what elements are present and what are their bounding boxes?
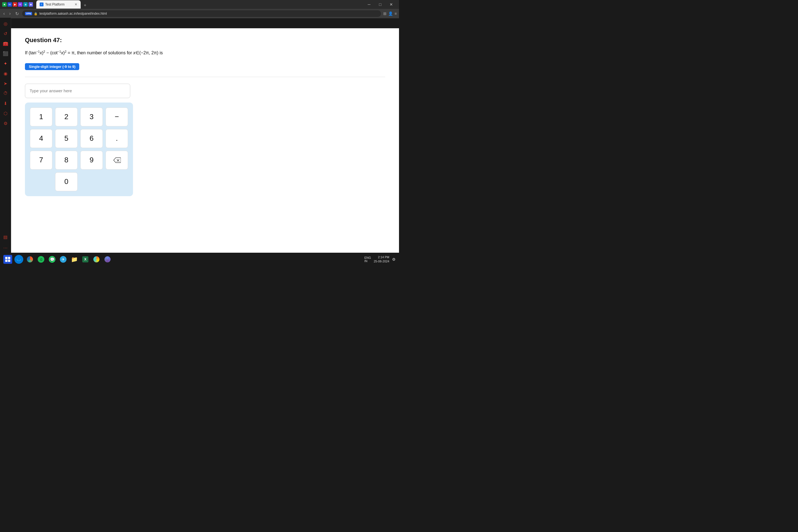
taskbar-settings-icon[interactable]: ⚙: [392, 257, 396, 262]
numpad-6[interactable]: 6: [80, 129, 103, 148]
sidebar-icon-1[interactable]: ◎: [2, 20, 8, 26]
question-type-badge[interactable]: Single-digit integer (-9 to 9): [25, 63, 79, 70]
svg-rect-4: [5, 260, 7, 262]
tab-title: Test Platform: [45, 2, 64, 6]
app-icon-2: W: [7, 2, 12, 7]
svg-rect-2: [5, 257, 7, 259]
extensions-icon[interactable]: ⊞: [383, 11, 386, 16]
menu-icon[interactable]: ≡: [395, 11, 397, 16]
taskbar-edge[interactable]: [14, 255, 23, 264]
taskbar-game[interactable]: [92, 255, 101, 264]
svg-point-7: [17, 258, 20, 261]
numpad-1[interactable]: 1: [30, 108, 52, 126]
minimize-button[interactable]: ─: [363, 0, 375, 9]
browser-actions: ⊞ 👤 ≡: [383, 11, 397, 16]
forward-button[interactable]: ›: [8, 11, 12, 17]
taskbar-spotify[interactable]: ♫: [37, 255, 45, 264]
numpad-9[interactable]: 9: [80, 151, 103, 170]
lock-icon: 🔒: [34, 12, 38, 16]
section-divider: [25, 77, 385, 77]
numpad-5[interactable]: 5: [55, 129, 78, 148]
taskbar-clock: 2:14 PM 25-08-2024: [374, 255, 389, 264]
active-tab[interactable]: T Test Platform ✕: [36, 0, 81, 8]
svg-rect-3: [8, 257, 10, 259]
sidebar-icon-2[interactable]: ↺: [2, 31, 8, 37]
taskbar-files[interactable]: 📁: [70, 255, 79, 264]
sidebar-icon-4[interactable]: ⬛: [2, 51, 8, 57]
back-button[interactable]: ‹: [2, 11, 6, 17]
window-controls: ─ □ ✕: [363, 0, 397, 9]
sidebar-icon-7[interactable]: ➤: [2, 80, 8, 87]
numpad-4[interactable]: 4: [30, 129, 52, 148]
question-text: If (tan−1x)2 − (cot−1x)2 = π, then numbe…: [25, 49, 385, 57]
numpad-backspace[interactable]: [106, 151, 128, 170]
sidebar: ◎ ↺ 🧰 ⬛ ✦ ◉ ➤ ⏱ ⬇ ⬡ ⚙ ▤ …: [0, 18, 11, 253]
question-title: Question 47:: [25, 37, 385, 44]
sidebar-icon-5[interactable]: ✦: [2, 60, 8, 66]
app-icon-5: ◈: [23, 2, 28, 7]
answer-input[interactable]: [25, 84, 130, 98]
numpad: 1 2 3 − 4 5 6 . 7 8 9 0: [25, 102, 133, 196]
tab-close-button[interactable]: ✕: [75, 2, 77, 6]
taskbar-telegram[interactable]: ✈: [59, 255, 68, 264]
numpad-7[interactable]: 7: [30, 151, 52, 170]
sidebar-icon-12[interactable]: ▤: [2, 234, 8, 240]
sidebar-icon-9[interactable]: ⬇: [2, 100, 8, 107]
sidebar-icon-8[interactable]: ⏱: [2, 90, 8, 96]
numpad-0[interactable]: 0: [55, 172, 78, 191]
taskbar-extra[interactable]: [103, 255, 112, 264]
main-content: Question 47: If (tan−1x)2 − (cot−1x)2 = …: [11, 28, 399, 253]
taskbar-excel[interactable]: X: [81, 255, 90, 264]
url-text: testplatform.aakash.ac.in/testpanel/inde…: [39, 12, 107, 16]
svg-rect-5: [8, 260, 10, 262]
app-icon-1: ■: [2, 2, 7, 7]
taskbar: ♫ 💬 ✈ 📁 X ENG IN 2:14 PM 25-08-2024 ⚙: [0, 253, 399, 266]
address-bar-row: ‹ › ↻ VPN 🔒 testplatform.aakash.ac.in/te…: [0, 9, 399, 18]
new-tab-button[interactable]: +: [82, 2, 89, 8]
sidebar-icon-10[interactable]: ⬡: [2, 110, 8, 116]
tab-bar: T Test Platform ✕ +: [36, 0, 362, 8]
start-button[interactable]: [3, 255, 12, 264]
close-button[interactable]: ✕: [386, 0, 397, 9]
taskbar-language: ENG IN: [364, 256, 371, 263]
taskbar-whatsapp[interactable]: 💬: [48, 255, 57, 264]
taskbar-right: ENG IN 2:14 PM 25-08-2024 ⚙: [364, 255, 396, 264]
numpad-2[interactable]: 2: [55, 108, 78, 126]
vpn-badge: VPN: [25, 12, 33, 15]
numpad-minus[interactable]: −: [106, 108, 128, 126]
browser-chrome: ■ W ▶ ✉ ◈ ◆ T Test Platform ✕ + ─ □ ✕: [0, 0, 399, 9]
numpad-dot[interactable]: .: [106, 129, 128, 148]
sidebar-icon-3[interactable]: 🧰: [2, 40, 8, 46]
tab-favicon: T: [40, 2, 43, 6]
taskbar-browser[interactable]: [25, 255, 34, 264]
app-icon-3: ▶: [13, 2, 17, 7]
sidebar-icon-6[interactable]: ◉: [2, 70, 8, 76]
numpad-8[interactable]: 8: [55, 151, 78, 170]
sidebar-icon-more[interactable]: …: [2, 244, 8, 250]
numpad-3[interactable]: 3: [80, 108, 103, 126]
maximize-button[interactable]: □: [375, 0, 386, 9]
app-icon-6: ◆: [28, 2, 33, 7]
sidebar-icon-11[interactable]: ⚙: [2, 120, 8, 126]
app-icon-4: ✉: [18, 2, 22, 7]
address-bar[interactable]: VPN 🔒 testplatform.aakash.ac.in/testpane…: [22, 10, 381, 17]
profile-icon[interactable]: 👤: [388, 11, 393, 16]
reload-button[interactable]: ↻: [14, 11, 20, 17]
